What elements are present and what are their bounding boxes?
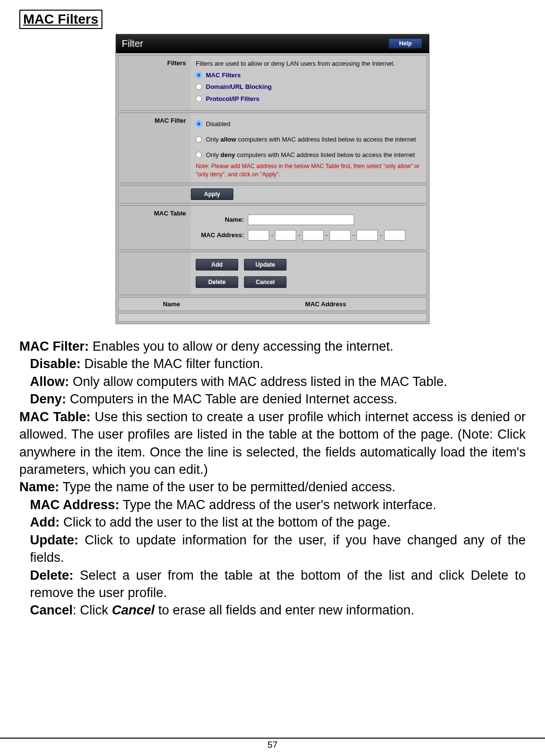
def-cancel-b: Cancel [30,603,73,617]
def-mac-filter-b: MAC Filter: [19,339,89,354]
mac-octet-2[interactable] [275,230,296,241]
mac-filter-label: MAC Filter [118,113,191,183]
opt-protocol-filters[interactable]: Protocol/IP Filters [206,95,259,103]
mac-octet-6[interactable] [384,230,405,241]
def-macaddr-t: Type the MAC address of the user's netwo… [119,498,436,512]
mac-octet-1[interactable] [248,230,269,241]
mac-dash: - [326,231,328,240]
documentation-text: MAC Filter: Enables you to allow or deny… [19,338,526,619]
section-heading: MAC Filters [19,10,102,29]
opt-disabled: Disabled [206,120,230,128]
opt-only-deny: Only deny computers with MAC address lis… [206,151,415,159]
def-name-b: Name: [19,480,59,494]
def-deny-t: Computers in the MAC Table are denied In… [66,392,397,406]
cancel-button[interactable]: Cancel [244,276,287,288]
mac-octet-4[interactable] [330,230,351,241]
add-button[interactable]: Add [196,259,238,271]
radio-disabled[interactable] [196,121,202,127]
router-screenshot: Filter Help Filters Filters are used to … [19,34,526,324]
def-name-t: Type the name of the user to be permitte… [59,480,396,494]
def-delete-b: Delete: [30,568,73,583]
radio-protocol-filters[interactable] [196,96,202,102]
opt-deny-post: computers with MAC address listed below … [235,151,415,158]
apply-section: Apply [118,185,427,203]
col-mac-address: MAC Address [225,298,427,311]
def-delete-t: Select a user from the table at the bott… [30,568,526,600]
opt-deny-pre: Only [206,151,220,158]
mac-table-label: MAC Table [118,206,191,249]
apply-button[interactable]: Apply [191,188,233,200]
router-title: Filter [122,38,143,49]
filters-label: Filters [118,56,191,110]
def-cancel-t: to erase all fields and enter new inform… [155,603,414,617]
name-input[interactable] [248,214,354,225]
delete-button[interactable]: Delete [196,276,238,288]
def-macaddr-b: MAC Address: [30,498,119,512]
mac-octet-3[interactable] [302,230,324,241]
filters-section: Filters Filters are used to allow or den… [118,55,427,111]
radio-only-allow[interactable] [196,136,202,143]
def-add-t: Click to add the user to the list at the… [59,515,390,529]
opt-allow-post: computers with MAC address listed below … [236,136,416,143]
mac-address-inputs: - - - - - [248,230,405,241]
def-update-b: Update: [30,533,79,547]
def-cancel-mid: : Click [73,603,112,617]
def-allow-t: Only allow computers with MAC address li… [69,374,447,389]
router-titlebar: Filter Help [116,34,429,53]
name-field-label: Name: [196,215,244,224]
opt-deny-bold: deny [220,151,235,158]
opt-allow-pre: Only [206,136,220,143]
radio-domain-blocking[interactable] [196,84,202,90]
radio-only-deny[interactable] [196,152,202,158]
opt-domain-blocking[interactable]: Domain/URL Blocking [206,83,272,91]
mac-table-section: MAC Table Name: MAC Address: - - - - - [118,205,427,250]
def-add-b: Add: [30,515,59,529]
mac-table-body[interactable] [118,313,427,322]
def-cancel-i: Cancel [112,603,155,617]
def-mac-table-b: MAC Table: [19,410,90,424]
page-number: 57 [0,738,545,750]
help-button[interactable]: Help [388,38,422,49]
def-update-t: Click to update information for the user… [30,533,526,565]
mac-filter-note: Note: Please add MAC address in the belo… [196,162,422,179]
def-disable-b: Disable: [30,357,81,371]
filters-desc: Filters are used to allow or deny LAN us… [196,59,422,68]
opt-mac-filters[interactable]: MAC Filters [206,71,241,80]
def-mac-table-t: Use this section to create a user profil… [19,410,526,477]
def-deny-b: Deny: [30,392,66,406]
col-name: Name [118,298,225,311]
mac-address-label: MAC Address: [196,231,244,240]
mac-dash: - [380,231,382,240]
mac-dash: - [353,231,355,240]
mac-octet-5[interactable] [357,230,378,241]
crud-buttons-section: Add Update Delete Cancel [118,252,427,295]
def-allow-b: Allow: [30,374,69,389]
mac-dash: - [271,231,273,240]
def-disable-t: Disable the MAC filter function. [81,357,263,371]
opt-allow-bold: allow [220,136,236,143]
mac-dash: - [298,231,300,240]
opt-only-allow: Only allow computers with MAC address li… [206,135,416,144]
mac-filter-section: MAC Filter Disabled Only allow computers… [118,113,427,183]
def-mac-filter-t: Enables you to allow or deny accessing t… [89,339,393,354]
radio-mac-filters[interactable] [196,72,202,78]
mac-table-header: Name MAC Address [118,297,427,311]
update-button[interactable]: Update [244,259,287,271]
